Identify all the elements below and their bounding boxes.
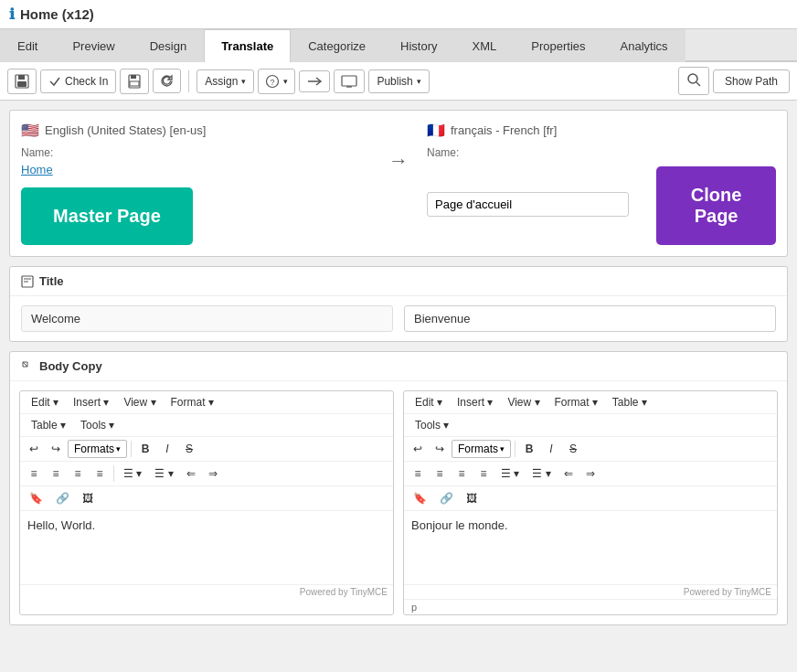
source-menu-format[interactable]: Format ▾	[164, 393, 221, 411]
source-ul-btn[interactable]: ☰ ▾	[118, 464, 147, 483]
save-button[interactable]	[120, 69, 149, 94]
target-sep-1	[515, 441, 515, 457]
publish-dropdown-arrow: ▾	[417, 77, 421, 86]
target-menu-insert[interactable]: Insert ▾	[450, 393, 500, 411]
title-source-value: Welcome	[21, 305, 393, 332]
target-formats-btn[interactable]: Formats ▾	[452, 440, 511, 458]
source-undo-btn[interactable]: ↩	[24, 440, 44, 458]
arrow-button[interactable]	[299, 70, 330, 92]
title-bar: ℹ Home (x12)	[0, 0, 797, 29]
target-menu-format[interactable]: Format ▾	[547, 393, 605, 411]
target-flag: 🇫🇷	[427, 122, 445, 139]
publish-button[interactable]: Publish ▾	[368, 69, 429, 93]
monitor-button[interactable]	[334, 69, 365, 93]
source-strike-btn[interactable]: S	[179, 440, 199, 458]
target-name-input[interactable]	[427, 192, 629, 217]
tab-translate[interactable]: Translate	[204, 29, 291, 62]
source-lang-col: 🇺🇸 English (United States) [en-us] Name:…	[21, 122, 370, 245]
svg-rect-4	[131, 75, 136, 79]
source-toolbar-3: 🔖 🔗 🖼	[20, 486, 393, 511]
tab-edit[interactable]: Edit	[0, 29, 55, 62]
svg-rect-2	[17, 81, 27, 87]
source-menu-table[interactable]: Table ▾	[24, 416, 73, 434]
target-text: Bonjour le monde.	[411, 518, 508, 532]
source-align-center[interactable]: ≡	[46, 464, 66, 483]
tab-properties[interactable]: Properties	[514, 29, 602, 62]
source-sep-1	[131, 441, 132, 457]
source-menu-edit[interactable]: Edit ▾	[24, 393, 66, 411]
svg-text:?: ?	[271, 78, 275, 87]
source-name-link[interactable]: Home	[21, 163, 53, 176]
target-align-center[interactable]: ≡	[430, 464, 450, 483]
target-menu-table[interactable]: Table ▾	[605, 393, 654, 411]
source-menu-view[interactable]: View ▾	[116, 393, 163, 411]
source-italic-btn[interactable]: I	[157, 440, 177, 458]
target-indent[interactable]: ⇒	[580, 464, 600, 483]
target-menu-edit[interactable]: Edit ▾	[408, 393, 450, 411]
source-name-label: Name:	[21, 146, 370, 159]
target-lang-name: français - French [fr]	[451, 123, 557, 137]
source-image-btn[interactable]: 🖼	[77, 489, 99, 507]
source-formats-btn[interactable]: Formats ▾	[68, 440, 127, 458]
name-panel: 🇺🇸 English (United States) [en-us] Name:…	[9, 110, 788, 257]
checkin-button[interactable]: Check In	[40, 69, 116, 93]
assign-button[interactable]: Assign ▾	[197, 69, 254, 93]
source-redo-btn[interactable]: ↪	[46, 440, 66, 458]
source-ol-btn[interactable]: ☰ ▾	[149, 464, 178, 483]
source-align-right[interactable]: ≡	[68, 464, 88, 483]
target-align-right[interactable]: ≡	[452, 464, 472, 483]
target-toolbar-3: 🔖 🔗 🖼	[404, 486, 777, 511]
body-copy-label: Body Copy	[39, 359, 102, 373]
tab-analytics[interactable]: Analytics	[603, 29, 685, 62]
title-target-input[interactable]	[404, 305, 776, 332]
source-align-left[interactable]: ≡	[24, 464, 44, 483]
source-editor-content[interactable]: Hello, World.	[20, 511, 393, 584]
source-align-justify[interactable]: ≡	[90, 464, 110, 483]
tab-xml[interactable]: XML	[455, 29, 515, 62]
target-redo-btn[interactable]: ↪	[430, 440, 450, 458]
source-toolbar-2: ≡ ≡ ≡ ≡ ☰ ▾ ☰ ▾ ⇐ ⇒	[20, 462, 393, 486]
tab-bar: Edit Preview Design Translate Categorize…	[0, 29, 797, 62]
target-align-justify[interactable]: ≡	[473, 464, 494, 483]
title-fields-row: Welcome	[21, 305, 776, 332]
tab-history[interactable]: History	[383, 29, 454, 62]
target-strike-btn[interactable]: S	[563, 440, 583, 458]
target-bookmark-btn[interactable]: 🔖	[408, 489, 432, 507]
save-icon-button[interactable]	[7, 69, 37, 94]
show-path-button[interactable]: Show Path	[713, 69, 790, 93]
target-align-left[interactable]: ≡	[408, 464, 428, 483]
target-ol-dd[interactable]: ☰ ▾	[526, 464, 556, 483]
source-rte-footer: Powered by TinyMCE	[20, 584, 393, 599]
source-outdent-btn[interactable]: ⇐	[181, 464, 201, 483]
tab-design[interactable]: Design	[133, 29, 204, 62]
target-menu-tools[interactable]: Tools ▾	[408, 416, 456, 434]
target-editor-content[interactable]: Bonjour le monde.	[404, 511, 777, 584]
target-italic-btn[interactable]: I	[541, 440, 561, 458]
target-image-btn[interactable]: 🖼	[461, 489, 483, 507]
target-ul-dd[interactable]: ☰ ▾	[495, 464, 525, 483]
source-indent-btn[interactable]: ⇒	[203, 464, 223, 483]
target-menubar-2: Tools ▾	[404, 414, 777, 437]
clone-page-button[interactable]: Clone Page	[656, 166, 776, 245]
help-button[interactable]: ? ▾	[258, 69, 295, 94]
target-outdent[interactable]: ⇐	[558, 464, 579, 483]
separator-1	[188, 70, 189, 92]
assign-dropdown-arrow: ▾	[241, 77, 246, 86]
search-button[interactable]	[678, 67, 709, 95]
target-bold-btn[interactable]: B	[519, 440, 539, 458]
master-page-button[interactable]: Master Page	[21, 187, 193, 245]
source-menu-insert[interactable]: Insert ▾	[66, 393, 116, 411]
title-section-content: Welcome	[10, 296, 787, 341]
source-bookmark-btn[interactable]: 🔖	[24, 489, 48, 507]
source-sep-2	[113, 465, 114, 482]
target-menu-view[interactable]: View ▾	[500, 393, 547, 411]
source-bold-btn[interactable]: B	[135, 440, 155, 458]
tab-categorize[interactable]: Categorize	[291, 29, 383, 62]
source-menu-tools[interactable]: Tools ▾	[73, 416, 122, 434]
target-rte-status: p	[404, 599, 777, 614]
target-link-btn[interactable]: 🔗	[434, 489, 459, 507]
tab-preview[interactable]: Preview	[55, 29, 132, 62]
source-link-btn[interactable]: 🔗	[50, 489, 75, 507]
refresh-button[interactable]	[153, 69, 181, 93]
target-undo-btn[interactable]: ↩	[408, 440, 428, 458]
